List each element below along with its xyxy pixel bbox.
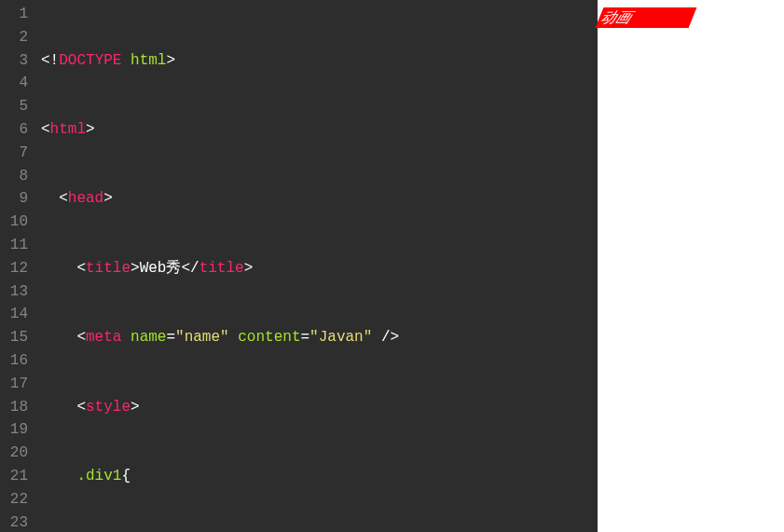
- line-number: 2: [0, 26, 28, 49]
- line-number: 8: [0, 165, 28, 188]
- line-number: 1: [0, 3, 28, 26]
- line-number: 16: [0, 349, 28, 373]
- line-number: 19: [0, 418, 28, 442]
- line-number: 11: [0, 234, 28, 257]
- line-number: 20: [0, 442, 28, 465]
- line-number: 23: [0, 512, 28, 532]
- line-number: 17: [0, 373, 28, 396]
- line-number: 15: [0, 326, 28, 349]
- code-line: <head>: [41, 187, 598, 211]
- line-number: 12: [0, 257, 28, 280]
- code-editor[interactable]: 1 2 3 4 5 6 7 8 9 10 11 12 13 14 15 16 1…: [0, 0, 598, 532]
- line-number: 4: [0, 72, 28, 95]
- line-number: 10: [0, 211, 28, 234]
- code-line: <html>: [41, 118, 598, 142]
- line-number: 21: [0, 465, 28, 488]
- line-number: 3: [0, 49, 28, 73]
- code-line: <!DOCTYPE html>: [41, 49, 598, 73]
- line-number: 7: [0, 142, 28, 165]
- code-line: <title>Web秀</title>: [41, 257, 598, 280]
- line-number-gutter: 1 2 3 4 5 6 7 8 9 10 11 12 13 14 15 16 1…: [0, 0, 37, 532]
- code-line: <style>: [41, 396, 598, 419]
- line-number: 14: [0, 303, 28, 326]
- preview-pane: 动画: [598, 0, 784, 532]
- animated-div: 动画: [596, 7, 697, 28]
- line-number: 22: [0, 488, 28, 512]
- line-number: 5: [0, 95, 28, 118]
- code-line: <meta name="name" content="Javan" />: [41, 326, 598, 349]
- code-line: .div1{: [41, 465, 598, 488]
- line-number: 9: [0, 187, 28, 211]
- line-number: 6: [0, 118, 28, 142]
- line-number: 13: [0, 280, 28, 304]
- line-number: 18: [0, 396, 28, 419]
- code-area[interactable]: <!DOCTYPE html> <html> <head> <title>Web…: [37, 0, 598, 532]
